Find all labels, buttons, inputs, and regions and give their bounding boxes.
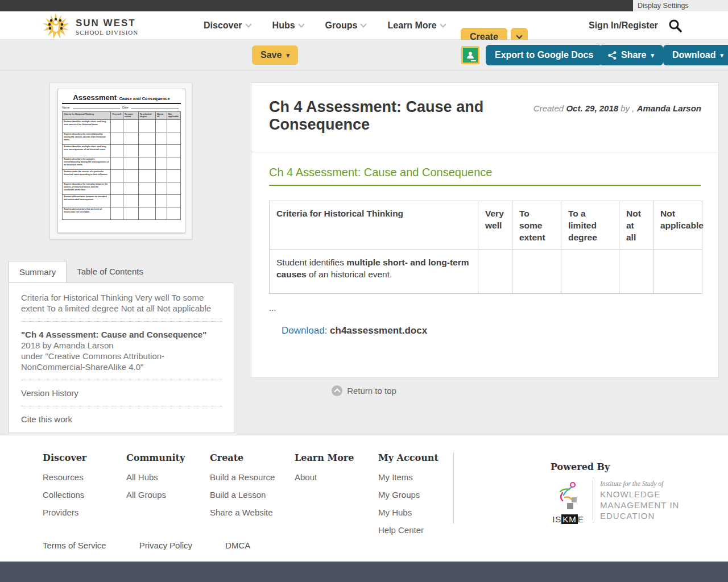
export-to-google-docs-button[interactable]: Export to Google Docs [486,45,602,65]
caret-down-icon: ▾ [651,52,654,59]
footer-link-all-groups[interactable]: All Groups [126,490,185,500]
top-bar: Display Settings [0,0,728,11]
nav-hubs[interactable]: Hubs [272,20,304,31]
footer-link-all-hubs[interactable]: All Hubs [126,472,185,482]
footer-link-collections[interactable]: Collections [43,490,86,500]
nav-hubs-label: Hubs [272,20,295,31]
sign-in-register-link[interactable]: Sign In/Register [589,11,658,40]
arrow-up-circle-icon [332,385,342,396]
nav-learn-more[interactable]: Learn More [387,20,445,31]
return-to-top-link[interactable]: Return to top [0,385,728,396]
rubric-table: Criteria for Historical Thinking Very we… [269,201,702,294]
site-footer: Discover Resources Collections Providers… [0,435,728,562]
main-nav: Discover Hubs Groups Learn More [204,11,445,40]
rubric-header-row: Criteria for Historical Thinking Very we… [270,201,702,250]
footer-vertical-divider [453,452,454,523]
footer-link-resources[interactable]: Resources [43,472,86,482]
document-preview-card[interactable]: Assessment Cause and Consequence Name: D… [49,82,192,239]
sunwest-logo[interactable]: SUN WEST SCHOOL DIVISION [41,13,138,41]
footer-heading: Create [210,452,275,463]
col-very-well: Very well [478,201,512,250]
author-link[interactable]: Amanda Larson [637,103,701,113]
preview-title: Assessment Cause and Consequence [62,92,181,104]
footer-col-learn-more: Learn More About [295,452,354,490]
summary-panel: Criteria for Historical Thinking Very we… [9,282,234,433]
classroom-person-glyph [466,52,475,59]
footer-link-providers[interactable]: Providers [43,508,86,517]
by-label: by , [621,103,634,113]
terms-of-service-link[interactable]: Terms of Service [43,541,106,550]
footer-link-my-items[interactable]: My Items [378,472,439,482]
footer-heading: Discover [43,452,86,463]
footer-link-help-center[interactable]: Help Center [378,525,439,535]
footer-link-share-website[interactable]: Share a Website [210,508,275,517]
col-limited-degree: To a limited degree [561,201,619,250]
nav-discover[interactable]: Discover [204,20,251,31]
tab-summary[interactable]: Summary [9,261,67,282]
google-classroom-icon[interactable] [461,46,479,64]
save-button-label: Save [260,50,282,60]
share-button-label: Share [621,50,646,60]
preview-name-label: Name: [62,106,71,109]
logo-line2: SCHOOL DIVISION [76,29,138,36]
download-link[interactable]: Download: [282,325,327,336]
dmca-link[interactable]: DMCA [225,541,250,550]
chevron-down-icon [361,21,367,27]
footer-col-community: Community All Hubs All Groups [126,452,185,508]
preview-row: Student describes the interrelationship … [63,132,181,144]
footer-col-create: Create Build a Resource Build a Lesson S… [210,452,275,525]
iskme-caps-line: MANAGEMENT IN [600,500,679,510]
preview-rubric-table: Criteria for Historical Thinking Very we… [62,111,181,220]
display-settings-button[interactable]: Display Settings [633,0,728,11]
section-heading-link[interactable]: Ch 4 Assessment: Cause and Consequence [269,166,701,186]
summary-text: Criteria for Historical Thinking Very we… [21,292,222,314]
dotted-divider [21,321,222,322]
download-button[interactable]: Download ▾ [663,45,728,65]
footer-link-my-groups[interactable]: My Groups [378,490,439,500]
preview-row: Student identifies multiple short- and l… [63,144,181,157]
footer-link-about[interactable]: About [295,472,354,482]
share-button[interactable]: Share ▾ [599,45,663,65]
caret-down-icon: ▾ [286,52,289,59]
document-preview-page: Assessment Cause and Consequence Name: D… [57,89,185,233]
dotted-divider [21,380,222,380]
iskme-caps-line: KNOWLEDGE [600,489,679,500]
citation-block: "Ch 4 Assessment: Cause and Consequence"… [21,329,222,372]
tab-table-of-contents[interactable]: Table of Contents [67,261,154,282]
footer-link-build-lesson[interactable]: Build a Lesson [210,490,275,500]
iskme-logo[interactable]: ISKME Institute for the Study of KNOWLED… [551,480,679,524]
return-to-top-label: Return to top [347,386,396,396]
resource-main-card: Ch 4 Assessment: Cause and Consequence C… [251,82,719,378]
footer-link-my-hubs[interactable]: My Hubs [378,508,439,517]
footer-link-build-resource[interactable]: Build a Resource [210,472,275,482]
powered-by-block: Powered By ISKME Institute for the Study… [551,462,679,524]
preview-title-main: Assessment [73,93,117,102]
nav-groups[interactable]: Groups [325,20,366,31]
empty-cell [478,250,512,294]
classroom-strip [471,60,476,61]
share-icon [608,51,617,60]
preview-date-label: Date: [122,106,129,109]
chevron-down-icon [440,21,446,27]
nav-groups-label: Groups [325,20,358,31]
footer-heading: Learn More [295,452,354,463]
cite-this-work-link[interactable]: Cite this work [21,414,222,425]
preview-row: Student demonstrates that an event of hi… [63,207,181,219]
title-block: Ch 4 Assessment: Cause and Consequence C… [251,83,718,152]
footer-heading: My Account [378,452,439,463]
privacy-policy-link[interactable]: Privacy Policy [139,541,192,550]
logo-line1: SUN WEST [76,18,138,29]
legal-links: Terms of Service Privacy Policy DMCA [43,541,250,550]
col-to-some-extent: To some extent [512,201,561,250]
download-line: Download: ch4assessment.docx [282,325,718,336]
left-panel-tabs: Summary Table of Contents [9,261,154,282]
citation-title: "Ch 4 Assessment: Cause and Consequence" [21,330,206,339]
page-title: Ch 4 Assessment: Cause and Consequence [269,98,497,134]
iskme-divider [593,480,593,520]
iskme-text-block: Institute for the Study of KNOWLEDGE MAN… [600,480,679,521]
save-button[interactable]: Save ▾ [252,45,298,65]
created-line: Created Oct. 29, 2018 by , Amanda Larson [533,103,701,113]
preview-row: Student differentiates between an intend… [63,194,181,207]
search-icon[interactable] [668,18,682,33]
preview-header-row: Criteria for Historical Thinking Very we… [63,112,181,120]
